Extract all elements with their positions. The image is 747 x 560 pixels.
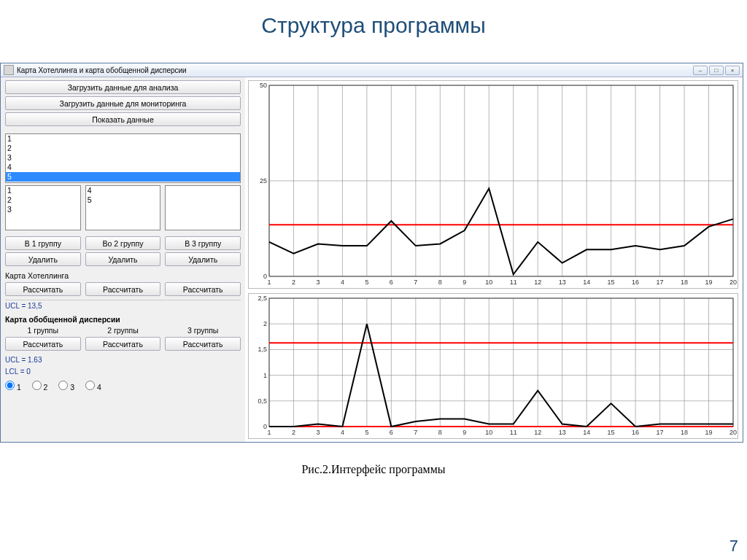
group3-listbox[interactable] <box>165 185 241 230</box>
list-item[interactable]: 5 <box>86 195 160 205</box>
figure-caption: Рис.2.Интерфейс программы <box>0 463 747 476</box>
svg-text:50: 50 <box>260 82 267 89</box>
calc-d2-button[interactable]: Рассчитать <box>85 337 161 351</box>
svg-text:2: 2 <box>292 279 295 286</box>
calc-d3-button[interactable]: Рассчитать <box>165 337 241 351</box>
svg-text:1: 1 <box>263 372 267 379</box>
svg-text:11: 11 <box>510 429 517 436</box>
svg-text:1,5: 1,5 <box>258 346 267 353</box>
radio-group: 1 2 3 4 <box>5 381 241 392</box>
svg-text:11: 11 <box>510 279 517 286</box>
dispersion-label: Карта обобщенной дисперсии <box>5 315 241 324</box>
svg-text:10: 10 <box>485 279 492 286</box>
svg-text:25: 25 <box>260 177 267 184</box>
svg-text:15: 15 <box>608 429 615 436</box>
svg-text:6: 6 <box>390 279 393 286</box>
svg-text:2: 2 <box>292 429 295 436</box>
svg-text:4: 4 <box>341 279 344 286</box>
list-item[interactable]: 4 <box>6 163 240 172</box>
list-item[interactable]: 2 <box>6 195 80 205</box>
svg-text:17: 17 <box>657 279 664 286</box>
svg-text:14: 14 <box>583 429 590 436</box>
svg-text:20: 20 <box>729 429 737 436</box>
calc-d1-button[interactable]: Рассчитать <box>5 337 81 351</box>
svg-text:6: 6 <box>390 429 393 436</box>
load-monitor-button[interactable]: Загрузить данные для мониторинга <box>5 96 241 110</box>
hotelling-chart: 025501234567891011121314151617181920 <box>248 80 738 289</box>
svg-text:12: 12 <box>534 279 541 286</box>
svg-text:12: 12 <box>534 429 541 436</box>
minimize-button[interactable]: – <box>693 66 708 75</box>
svg-text:13: 13 <box>559 279 566 286</box>
list-item[interactable]: 4 <box>86 186 160 195</box>
list-item[interactable]: 5 <box>6 172 240 182</box>
svg-text:2: 2 <box>263 320 267 327</box>
list-item[interactable]: 1 <box>6 134 240 144</box>
main-listbox[interactable]: 12345 <box>5 133 241 183</box>
calc-h1-button[interactable]: Рассчитать <box>5 282 81 296</box>
svg-text:1: 1 <box>267 279 271 286</box>
svg-text:2,5: 2,5 <box>258 295 267 302</box>
svg-text:20: 20 <box>729 279 737 286</box>
dispersion-chart: 00,511,522,51234567891011121314151617181… <box>248 293 738 439</box>
show-data-button[interactable]: Показать данные <box>5 112 241 126</box>
titlebar: Карта Хотеллинга и карта обобщенной дисп… <box>1 63 743 77</box>
delete3-button[interactable]: Удалить <box>165 252 241 266</box>
ucl-dispersion: UCL = 1.63 <box>5 354 241 364</box>
calc-h2-button[interactable]: Рассчитать <box>85 282 161 296</box>
svg-text:7: 7 <box>414 429 417 436</box>
delete2-button[interactable]: Удалить <box>85 252 161 266</box>
svg-text:0: 0 <box>263 273 267 280</box>
svg-text:4: 4 <box>341 429 344 436</box>
svg-text:8: 8 <box>438 429 442 436</box>
app-icon <box>4 65 14 75</box>
list-item[interactable]: 1 <box>6 186 80 195</box>
svg-rect-74 <box>269 298 733 427</box>
grp1-label: 1 группы <box>5 326 81 335</box>
list-item[interactable]: 3 <box>6 205 80 214</box>
slide-number: 7 <box>729 537 738 556</box>
grp3-label: 3 группы <box>165 326 241 335</box>
charts-panel: 025501234567891011121314151617181920 00,… <box>245 77 743 442</box>
svg-text:3: 3 <box>316 429 320 436</box>
svg-text:5: 5 <box>365 279 368 286</box>
list-item[interactable]: 3 <box>6 153 240 163</box>
app-window: Карта Хотеллинга и карта обобщенной дисп… <box>0 63 743 443</box>
lcl-dispersion: LCL = 0 <box>5 366 241 376</box>
sidebar: Загрузить данные для анализа Загрузить д… <box>1 77 245 442</box>
svg-text:3: 3 <box>316 279 320 286</box>
grp2-label: 2 группы <box>85 326 161 335</box>
svg-text:13: 13 <box>559 429 566 436</box>
svg-text:9: 9 <box>462 279 466 286</box>
to-group1-button[interactable]: В 1 группу <box>5 236 81 250</box>
svg-text:0,5: 0,5 <box>258 397 267 405</box>
maximize-button[interactable]: □ <box>709 66 724 75</box>
hotelling-label: Карта Хотеллинга <box>5 271 241 280</box>
calc-h3-button[interactable]: Рассчитать <box>165 282 241 296</box>
to-group3-button[interactable]: В 3 группу <box>165 236 241 250</box>
svg-text:5: 5 <box>365 429 368 436</box>
radio-4[interactable]: 4 <box>85 383 101 392</box>
radio-2[interactable]: 2 <box>32 383 48 392</box>
svg-text:14: 14 <box>583 279 590 286</box>
svg-text:1: 1 <box>267 429 271 436</box>
delete1-button[interactable]: Удалить <box>5 252 81 266</box>
radio-3[interactable]: 3 <box>58 383 74 392</box>
svg-text:8: 8 <box>438 279 442 286</box>
load-analysis-button[interactable]: Загрузить данные для анализа <box>5 80 241 94</box>
ucl-hotelling: UCL = 13,5 <box>5 300 241 310</box>
list-item[interactable]: 2 <box>6 144 240 153</box>
to-group2-button[interactable]: Во 2 группу <box>85 236 161 250</box>
svg-text:19: 19 <box>705 279 713 286</box>
svg-text:19: 19 <box>705 429 713 436</box>
group2-listbox[interactable]: 45 <box>85 185 161 230</box>
svg-text:15: 15 <box>608 279 615 286</box>
close-button[interactable]: × <box>725 66 740 75</box>
slide-title: Структура программы <box>0 0 747 50</box>
group1-listbox[interactable]: 123 <box>5 185 81 230</box>
svg-text:0: 0 <box>263 423 267 430</box>
radio-1[interactable]: 1 <box>5 383 21 392</box>
svg-text:17: 17 <box>657 429 664 436</box>
svg-text:7: 7 <box>414 279 417 286</box>
svg-text:18: 18 <box>681 429 688 436</box>
